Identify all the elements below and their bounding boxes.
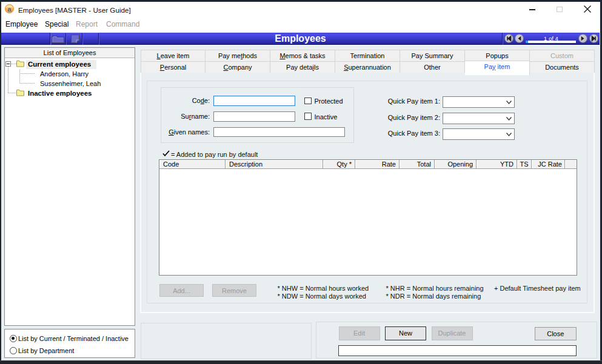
- svg-text:a: a: [7, 5, 12, 13]
